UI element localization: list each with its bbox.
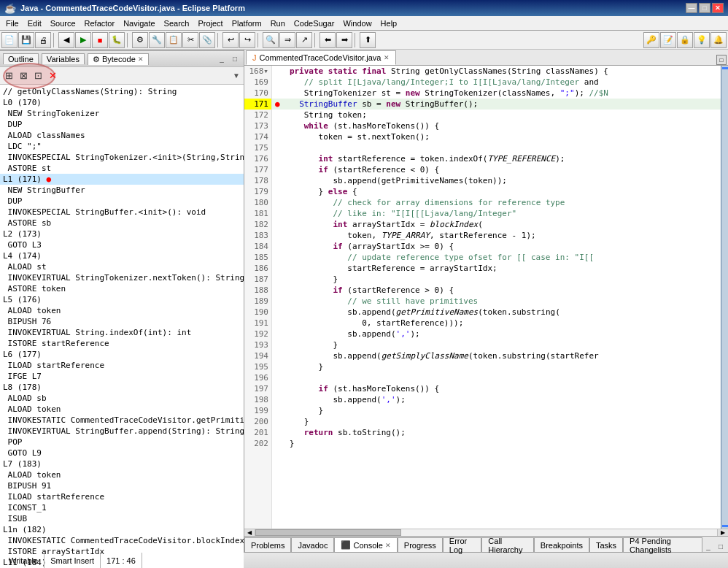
tab-javadoc[interactable]: Javadoc bbox=[291, 537, 334, 552]
main-toolbar: 📄 💾 🖨 ◀ ▶ ■ 🐛 ⚙ 🔧 📋 ✂ 📎 ↩ ↪ 🔍 ⇒ ↗ ⬅ ➡ ⬆ … bbox=[0, 31, 728, 50]
code-line-169: // split I[Ljava/lang/Integer;I to I[I[L… bbox=[272, 77, 721, 88]
bc-line-l6: L6 (177) bbox=[0, 349, 244, 360]
max-bottom-icon[interactable]: □ bbox=[715, 540, 727, 552]
search-button[interactable]: 🔍 bbox=[263, 32, 279, 48]
toolbar-sep-1 bbox=[53, 33, 56, 47]
toolbar-btn-3[interactable]: ⚙ bbox=[132, 32, 148, 48]
status-bar: Writable Smart Insert 171 : 46 bbox=[0, 552, 728, 568]
tab-error-log[interactable]: Error Log bbox=[443, 537, 482, 552]
menu-source[interactable]: Source bbox=[46, 18, 80, 29]
line-num-201: 201 bbox=[244, 427, 271, 438]
editor-tab-main[interactable]: J CommentedTraceCodeVisitor.java ✕ bbox=[246, 50, 396, 65]
menu-codesugar[interactable]: CodeSugar bbox=[290, 18, 339, 29]
new-button[interactable]: 📄 bbox=[1, 32, 18, 48]
bytecode-tool-2[interactable]: ⊠ bbox=[16, 69, 31, 83]
menu-search[interactable]: Search bbox=[160, 18, 194, 29]
toolbar-btn-4[interactable]: 🔧 bbox=[149, 32, 165, 48]
bc-line-l1: L1 (171) ● bbox=[0, 174, 244, 185]
bc-line-29: ILOAD startReference bbox=[0, 491, 244, 502]
code-editor[interactable]: private static final String getOnlyClass… bbox=[272, 66, 721, 529]
bc-line-19: ILOAD startReference bbox=[0, 360, 244, 371]
tasks-label: Tasks bbox=[596, 541, 616, 550]
run-button[interactable]: ▶ bbox=[75, 32, 91, 48]
toolbar-right-2[interactable]: 📝 bbox=[660, 32, 676, 48]
back-button[interactable]: ◀ bbox=[58, 32, 74, 48]
code-line-173: while (st.hasMoreTokens()) { bbox=[272, 120, 721, 131]
debug-button[interactable]: 🐛 bbox=[109, 32, 125, 48]
undo-button[interactable]: ↩ bbox=[222, 32, 239, 48]
code-line-185: // update reference type ofset for [[ ca… bbox=[272, 252, 721, 263]
console-icon: ⬛ bbox=[341, 540, 351, 550]
bytecode-tool-3[interactable]: ⊡ bbox=[31, 69, 45, 83]
bc-line-l4: L4 (174) bbox=[0, 250, 244, 261]
p4-label: P4 Pending Changelists bbox=[630, 537, 696, 554]
restore-button[interactable]: □ bbox=[699, 3, 710, 13]
menu-help[interactable]: Help bbox=[376, 18, 402, 29]
code-line-190: sb.append(getPrimitiveNames(token.substr… bbox=[272, 307, 721, 318]
toolbar-btn-7[interactable]: 📎 bbox=[199, 32, 215, 48]
bc-line-5: INVOKESPECIAL StringTokenizer.<init>(Str… bbox=[0, 152, 244, 163]
horizontal-scrollbar[interactable]: ◀ ▶ bbox=[244, 529, 728, 536]
bytecode-menu-icon[interactable]: ▼ bbox=[231, 70, 242, 82]
menu-run[interactable]: Run bbox=[266, 18, 290, 29]
toolbar-btn-9[interactable]: ↗ bbox=[296, 32, 312, 48]
code-line-202: } bbox=[272, 438, 721, 449]
bc-line-l0: L0 (170) bbox=[0, 97, 244, 108]
print-button[interactable]: 🖨 bbox=[35, 32, 51, 48]
menu-refactor[interactable]: Refactor bbox=[80, 18, 120, 29]
code-line-184: if (arrayStartIdx >= 0) { bbox=[272, 241, 721, 252]
tab-problems[interactable]: Problems bbox=[244, 537, 291, 552]
toolbar-btn-5[interactable]: 📋 bbox=[166, 32, 182, 48]
toolbar-right-1[interactable]: 🔑 bbox=[643, 32, 659, 48]
redo-button[interactable]: ↪ bbox=[239, 32, 255, 48]
menu-window[interactable]: Window bbox=[338, 18, 376, 29]
menu-edit[interactable]: Edit bbox=[23, 18, 46, 29]
toolbar-right-3[interactable]: 🔒 bbox=[677, 32, 693, 48]
tab-console[interactable]: ⬛ Console ✕ bbox=[334, 537, 397, 552]
max-bytecode-icon[interactable]: □ bbox=[229, 53, 241, 65]
toolbar-btn-8[interactable]: ⇒ bbox=[279, 32, 295, 48]
tab-progress[interactable]: Progress bbox=[398, 537, 443, 552]
external-button[interactable]: ⬆ bbox=[360, 32, 376, 48]
save-button[interactable]: 💾 bbox=[18, 32, 34, 48]
line-num-197: 197 bbox=[244, 383, 271, 394]
tab-p4[interactable]: P4 Pending Changelists bbox=[623, 537, 702, 552]
tab-breakpoints[interactable]: Breakpoints bbox=[534, 537, 589, 552]
bytecode-tool-4[interactable]: ✕ bbox=[45, 69, 60, 83]
nav-back-button[interactable]: ⬅ bbox=[320, 32, 336, 48]
minimize-button[interactable]: — bbox=[686, 3, 697, 13]
bc-line-22: ALOAD token bbox=[0, 404, 244, 415]
close-editor-icon[interactable]: ✕ bbox=[384, 54, 390, 61]
code-line-198: sb.append(','); bbox=[272, 394, 721, 405]
menu-platform[interactable]: Platform bbox=[228, 18, 266, 29]
toolbar-sep-5 bbox=[314, 33, 317, 47]
code-line-200: } bbox=[272, 416, 721, 427]
tab-variables[interactable]: Variables bbox=[42, 53, 85, 64]
maximize-editor-icon[interactable]: □ bbox=[716, 55, 727, 65]
toolbar-right-4[interactable]: 💡 bbox=[694, 32, 710, 48]
nav-fwd-button[interactable]: ➡ bbox=[336, 32, 352, 48]
min-bytecode-icon[interactable]: _ bbox=[216, 53, 228, 65]
min-bottom-icon[interactable]: _ bbox=[702, 540, 714, 552]
line-num-185: 185 bbox=[244, 252, 271, 263]
menu-project[interactable]: Project bbox=[193, 18, 227, 29]
tab-call-hierarchy[interactable]: Call Hierarchy bbox=[481, 537, 534, 552]
tab-bytecode[interactable]: ⚙ Bytecode ✕ bbox=[88, 53, 149, 65]
close-console-icon[interactable]: ✕ bbox=[385, 542, 391, 549]
bc-line-30: ICONST_1 bbox=[0, 502, 244, 513]
toolbar-right-5[interactable]: 🔔 bbox=[710, 32, 727, 48]
toolbar-btn-6[interactable]: ✂ bbox=[182, 32, 198, 48]
tab-tasks[interactable]: Tasks bbox=[589, 537, 623, 552]
bc-line-11: GOTO L3 bbox=[0, 239, 244, 250]
stop-button[interactable]: ■ bbox=[92, 32, 108, 48]
bc-line-l8: L8 (178) bbox=[0, 382, 244, 393]
bytecode-tool-1[interactable]: ⊞ bbox=[1, 69, 16, 83]
menu-file[interactable]: File bbox=[1, 18, 23, 29]
bottom-tabs: Problems Javadoc ⬛ Console ✕ Progress Er… bbox=[244, 536, 728, 552]
menu-navigate[interactable]: Navigate bbox=[119, 18, 159, 29]
code-line-187: } bbox=[272, 274, 721, 285]
close-button[interactable]: ✕ bbox=[712, 3, 724, 13]
bc-line-20: IFGE L7 bbox=[0, 371, 244, 382]
bytecode-content: // getOnlyClassNames(String): String L0 … bbox=[0, 85, 244, 568]
close-bytecode-icon[interactable]: ✕ bbox=[138, 55, 144, 63]
